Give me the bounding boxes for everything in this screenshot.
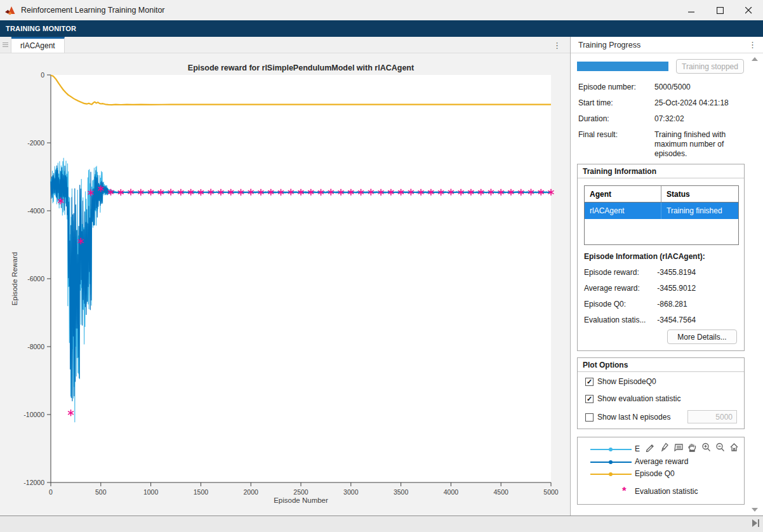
checkbox-icon[interactable] [585, 413, 594, 422]
field-final-result: Final result: Training finished with max… [578, 130, 654, 139]
maximize-button[interactable] [706, 0, 734, 20]
svg-text:5000: 5000 [543, 488, 559, 496]
table-header-row: Agent Status [585, 186, 738, 203]
episode-info-title: Episode Information (rlACAgent): [584, 252, 705, 261]
episode-reward-chart: 0-2000-4000-6000-8000-10000-120000500100… [0, 53, 570, 515]
plot-options-section: Plot Options ✓ Show EpisodeQ0 ✓ Show eva… [577, 357, 745, 429]
evaluation-statistic-marker: * [622, 486, 627, 496]
average-reward-line-swatch [590, 462, 632, 463]
toolstrip-tab-training-monitor[interactable]: TRAINING MONITOR [0, 25, 76, 32]
panel-actions-icon[interactable]: ⋮ [748, 40, 757, 50]
scroll-up-icon[interactable] [752, 57, 758, 61]
panel-title: Training Progress [571, 41, 640, 50]
tab-drag-handle-icon[interactable] [0, 37, 11, 53]
checkbox-icon[interactable]: ✓ [585, 395, 594, 403]
stat-average-reward: Average reward: -3455.9012 [584, 284, 696, 293]
svg-text:1000: 1000 [143, 488, 159, 496]
datatips-icon[interactable] [673, 442, 684, 453]
legend-evaluation-statistic: * Evaluation statistic [578, 486, 744, 496]
zoom-out-icon[interactable] [715, 442, 726, 453]
episode-reward-line-swatch [590, 449, 632, 450]
training-information-section: Training Information Agent Status rlACAg… [577, 164, 745, 351]
svg-text:3500: 3500 [394, 488, 409, 496]
svg-text:500: 500 [95, 488, 107, 496]
zoom-in-icon[interactable] [701, 442, 712, 453]
tab-actions-icon[interactable]: ⋮ [553, 37, 561, 53]
svg-text:Episode reward for rlSimplePen: Episode reward for rlSimplePendulumModel… [188, 63, 415, 72]
svg-text:4500: 4500 [494, 488, 509, 496]
legend-episode-q0: Episode Q0 [578, 469, 744, 479]
legend-average-reward: Average reward [578, 456, 744, 467]
table-row[interactable]: rlACAgent Training finished [585, 203, 738, 219]
document-tab-bar: rlACAgent ⋮ [0, 37, 570, 53]
training-progress-panel: Training Progress ⋮ Training stopped Epi… [571, 37, 763, 515]
matlab-logo-icon [5, 6, 16, 15]
svg-text:-8000: -8000 [27, 343, 44, 350]
episode-q0-line-swatch [590, 474, 632, 475]
close-button[interactable] [734, 0, 763, 20]
scroll-right-end-icon[interactable] [752, 519, 759, 527]
svg-text:1500: 1500 [194, 488, 209, 496]
brush-icon[interactable] [659, 442, 670, 453]
svg-text:-4000: -4000 [27, 207, 44, 215]
axes-toolbar [640, 441, 741, 454]
svg-text:-10000: -10000 [23, 411, 44, 418]
svg-text:-2000: -2000 [27, 139, 44, 147]
horizontal-scrollbar [0, 515, 763, 532]
svg-text:0: 0 [49, 488, 53, 496]
last-n-episodes-input[interactable] [687, 410, 737, 423]
stat-episode-reward: Episode reward: -3455.8194 [584, 268, 696, 277]
tab-rlacagent[interactable]: rlACAgent [11, 37, 65, 53]
pan-icon[interactable] [687, 442, 698, 453]
checkbox-show-episodeq0[interactable]: ✓ Show EpisodeQ0 [585, 377, 656, 386]
svg-text:-12000: -12000 [23, 479, 44, 486]
svg-text:3000: 3000 [343, 488, 359, 496]
svg-text:4000: 4000 [444, 488, 459, 496]
stat-evaluation-statistic: Evaluation statis... -3454.7564 [584, 316, 696, 324]
chart-legend: Episode reward Average reward Episode Q0… [577, 437, 745, 505]
svg-text:2000: 2000 [244, 488, 259, 496]
titlebar: Reinforcement Learning Training Monitor [0, 0, 763, 20]
minimize-button[interactable] [677, 0, 706, 20]
scroll-down-icon[interactable] [752, 508, 758, 512]
chart-area: 0-2000-4000-6000-8000-10000-120000500100… [0, 53, 570, 518]
window-title: Reinforcement Learning Training Monitor [21, 6, 165, 15]
export-icon[interactable] [645, 442, 656, 453]
app-window: Reinforcement Learning Training Monitor … [0, 0, 763, 532]
svg-text:Episode Reward: Episode Reward [11, 252, 18, 305]
checkbox-show-evaluation-statistic[interactable]: ✓ Show evaluation statistic [585, 394, 680, 403]
svg-text:Episode Number: Episode Number [274, 496, 328, 504]
home-icon[interactable] [729, 442, 740, 453]
field-episode-number: Episode number: 5000/5000 [578, 83, 654, 91]
progress-bar [577, 62, 668, 71]
svg-text:-6000: -6000 [27, 275, 44, 283]
svg-text:2500: 2500 [293, 488, 309, 496]
stat-episode-q0: Episode Q0: -868.281 [584, 300, 687, 309]
checkbox-icon[interactable]: ✓ [585, 378, 594, 386]
agent-status-table: Agent Status rlACAgent Training finished [584, 185, 739, 245]
field-duration: Duration: 07:32:02 [578, 114, 654, 123]
checkbox-show-last-n-episodes[interactable]: Show last N episodes [585, 413, 670, 422]
toolstrip: TRAINING MONITOR [0, 20, 763, 37]
more-details-button[interactable]: More Details... [667, 329, 737, 344]
training-stopped-button[interactable]: Training stopped [676, 59, 744, 74]
svg-text:0: 0 [41, 71, 44, 79]
field-start-time: Start time: 25-Oct-2024 04:21:18 [578, 98, 654, 107]
